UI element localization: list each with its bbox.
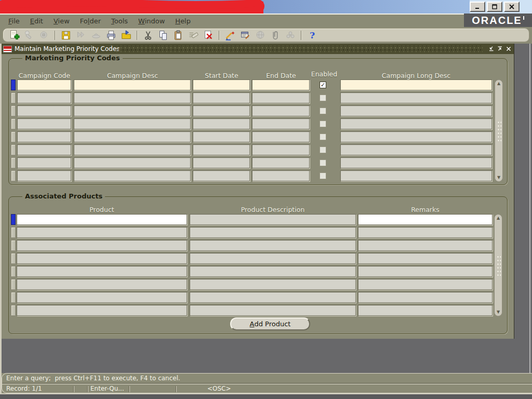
start-date-field[interactable] (193, 118, 250, 129)
enabled-checkbox[interactable] (320, 108, 326, 114)
enabled-checkbox[interactable] (320, 121, 326, 127)
start-date-field[interactable] (193, 79, 250, 90)
record-indicator[interactable] (11, 118, 16, 129)
record-indicator[interactable] (11, 266, 16, 277)
product-description-field[interactable] (190, 292, 356, 303)
menu-item-file[interactable]: File (3, 16, 25, 26)
campaign-code-field[interactable] (17, 157, 71, 168)
menu-item-help[interactable]: Help (170, 16, 196, 26)
record-indicator[interactable] (11, 105, 16, 116)
product-description-field[interactable] (190, 214, 356, 225)
campaign-desc-field[interactable] (74, 131, 191, 142)
end-date-field[interactable] (252, 157, 310, 168)
new-record-icon[interactable] (7, 29, 21, 42)
scroll-up-icon[interactable]: ▲ (495, 81, 502, 86)
menu-item-view[interactable]: View (48, 16, 75, 26)
campaign-code-field[interactable] (17, 131, 71, 142)
campaign-code-field[interactable] (17, 118, 71, 129)
help-icon[interactable]: ? (305, 29, 319, 42)
record-indicator[interactable] (11, 144, 16, 155)
add-product-button[interactable]: Add Product (230, 317, 310, 330)
menu-item-window[interactable]: Window (133, 16, 170, 26)
campaign-code-field[interactable] (17, 79, 71, 90)
close-button[interactable] (504, 2, 520, 12)
record-indicator[interactable] (11, 131, 16, 142)
product-description-field[interactable] (190, 253, 356, 264)
end-date-field[interactable] (252, 170, 310, 181)
remarks-field[interactable] (358, 266, 493, 277)
save-icon[interactable] (59, 29, 73, 42)
record-indicator[interactable] (11, 253, 16, 264)
campaign-long-desc-field[interactable] (340, 79, 492, 90)
mdi-titlebar[interactable]: Maintain Marketing Priority Codes (2, 44, 514, 54)
end-date-field[interactable] (252, 105, 310, 116)
end-date-field[interactable] (252, 131, 310, 142)
enabled-checkbox[interactable] (320, 159, 326, 166)
enabled-checkbox[interactable]: ✓ (320, 82, 326, 88)
campaign-long-desc-field[interactable] (340, 144, 492, 155)
menu-item-tools[interactable]: Tools (106, 16, 133, 26)
campaign-desc-field[interactable] (74, 79, 191, 90)
print-icon[interactable] (104, 29, 118, 42)
cut-icon[interactable] (141, 29, 155, 42)
product-field[interactable] (17, 279, 187, 290)
campaign-long-desc-field[interactable] (340, 92, 492, 103)
minimize-button[interactable] (470, 2, 485, 12)
campaign-code-field[interactable] (17, 144, 71, 155)
product-field[interactable] (17, 305, 187, 316)
enabled-checkbox[interactable] (320, 95, 326, 101)
record-indicator[interactable] (11, 240, 16, 251)
clear-record-icon[interactable] (187, 29, 200, 42)
campaign-long-desc-field[interactable] (340, 131, 492, 142)
delete-record-icon[interactable] (202, 29, 215, 42)
products-scrollbar[interactable]: ▲ ▼ (494, 214, 502, 316)
remarks-field[interactable] (358, 292, 493, 303)
copy-icon[interactable] (156, 29, 170, 42)
mdi-restore-button[interactable] (496, 45, 503, 53)
start-date-field[interactable] (193, 105, 250, 116)
enabled-checkbox[interactable] (320, 147, 326, 153)
record-indicator[interactable] (11, 227, 16, 238)
scroll-down-icon[interactable]: ▼ (495, 310, 502, 315)
record-indicator[interactable] (11, 157, 16, 168)
start-date-field[interactable] (193, 157, 250, 168)
campaign-desc-field[interactable] (74, 157, 191, 168)
campaign-code-field[interactable] (17, 105, 71, 116)
product-field[interactable] (17, 292, 187, 303)
campaign-code-field[interactable] (17, 170, 71, 181)
campaign-desc-field[interactable] (74, 118, 191, 129)
campaign-desc-field[interactable] (74, 144, 191, 155)
record-indicator[interactable] (11, 170, 16, 181)
edit-field-icon[interactable] (223, 29, 237, 42)
marketing-scrollbar[interactable]: ▲ ▼ (495, 79, 503, 182)
product-description-field[interactable] (190, 240, 356, 251)
mdi-close-button[interactable] (504, 45, 512, 53)
product-description-field[interactable] (190, 227, 356, 238)
product-field[interactable] (17, 240, 187, 251)
remarks-field[interactable] (358, 214, 493, 225)
start-date-field[interactable] (193, 144, 250, 155)
end-date-field[interactable] (252, 79, 310, 90)
enabled-checkbox[interactable] (320, 134, 326, 140)
remarks-field[interactable] (358, 240, 493, 251)
campaign-long-desc-field[interactable] (340, 170, 492, 181)
start-date-field[interactable] (193, 131, 250, 142)
product-field[interactable] (17, 227, 187, 238)
menu-item-edit[interactable]: Edit (25, 16, 48, 26)
campaign-desc-field[interactable] (74, 170, 191, 181)
record-indicator[interactable] (11, 279, 16, 290)
remarks-field[interactable] (358, 305, 493, 316)
campaign-long-desc-field[interactable] (340, 105, 492, 116)
campaign-long-desc-field[interactable] (340, 157, 492, 168)
end-date-field[interactable] (252, 92, 310, 103)
product-field[interactable] (17, 253, 187, 264)
scroll-down-icon[interactable]: ▼ (495, 175, 502, 180)
campaign-long-desc-field[interactable] (340, 118, 492, 129)
maximize-button[interactable] (487, 2, 502, 12)
scroll-up-icon[interactable]: ▲ (495, 216, 502, 221)
record-indicator[interactable] (11, 305, 16, 316)
product-description-field[interactable] (190, 279, 356, 290)
record-indicator[interactable] (11, 214, 16, 225)
enabled-checkbox[interactable] (320, 172, 326, 179)
record-indicator[interactable] (11, 292, 16, 303)
